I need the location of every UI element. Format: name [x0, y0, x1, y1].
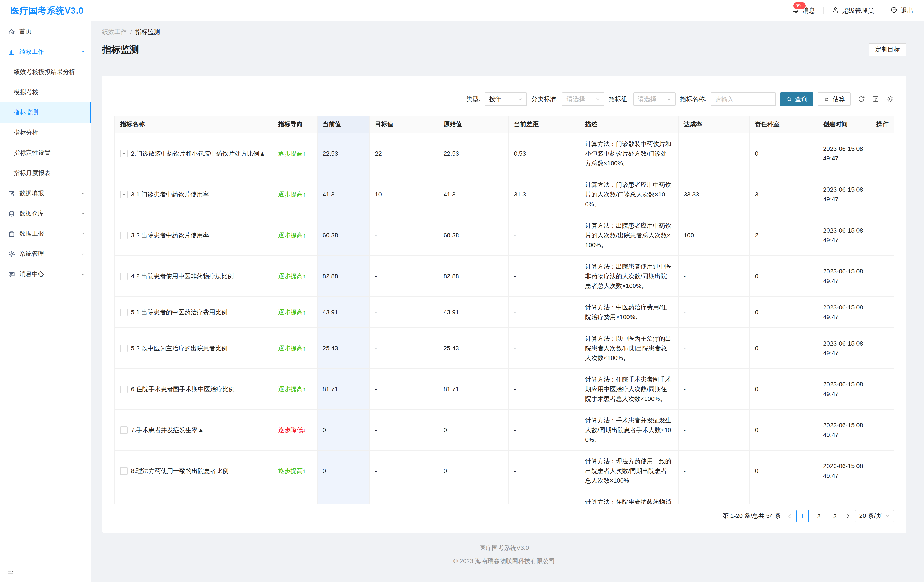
sidebar-item-label: 首页 — [19, 28, 32, 36]
column-header[interactable]: 指标名称 — [115, 116, 273, 133]
row-actions — [871, 297, 894, 328]
collapse-sidebar-icon[interactable] — [7, 567, 15, 577]
current-gap: - — [508, 409, 580, 450]
expand-row-icon[interactable] — [120, 191, 127, 198]
column-header[interactable]: 当前值 — [317, 116, 370, 133]
page-size-select[interactable]: 20 条/页 — [855, 510, 894, 522]
original-value: 41.3 — [438, 174, 508, 215]
column-header[interactable]: 原始值 — [438, 116, 508, 133]
column-header[interactable]: 责任科室 — [749, 116, 818, 133]
current-gap: - — [508, 491, 580, 504]
indicator-direction: 逐步提高↑ — [278, 467, 306, 474]
current-value: 81.71 — [317, 369, 370, 409]
custom-target-button[interactable]: 定制目标 — [869, 43, 906, 56]
expand-row-icon[interactable] — [120, 345, 127, 352]
sidebar-item-db[interactable]: 数据仓库 — [0, 203, 91, 224]
indicator-name[interactable]: 5.2.以中医为主治疗的出院患者比例 — [131, 343, 228, 353]
swap-arrows-icon — [823, 96, 830, 102]
original-value: 25.43 — [438, 328, 508, 369]
page-number-3[interactable]: 3 — [829, 510, 841, 522]
original-value: 0 — [438, 409, 508, 450]
next-page-icon[interactable] — [845, 513, 851, 519]
target-value: - — [370, 409, 438, 450]
column-header[interactable]: 当前差距 — [508, 116, 580, 133]
column-header[interactable]: 达成率 — [678, 116, 749, 133]
user-menu-item[interactable]: 超级管理员 — [832, 6, 874, 15]
expand-row-icon[interactable] — [120, 385, 127, 393]
standard-select[interactable]: 请选择 — [562, 92, 604, 106]
indicator-name[interactable]: 3.1.门诊患者中药饮片使用率 — [131, 190, 209, 199]
row-actions — [871, 215, 894, 256]
unread-count-badge: 99+ — [793, 2, 806, 10]
content-card: 类型: 按年 分类标准: 请选择 指标组: 请选择 指标名称: — [102, 76, 906, 533]
sidebar-item-home[interactable]: 首页 — [0, 21, 91, 42]
original-value: 22.53 — [438, 133, 508, 174]
sidebar-subitem-5[interactable]: 指标定性设置 — [0, 143, 91, 163]
column-header[interactable]: 指标导向 — [273, 116, 317, 133]
breadcrumb-parent[interactable]: 绩效工作 — [102, 28, 127, 36]
prev-page-icon[interactable] — [787, 513, 792, 519]
expand-row-icon[interactable] — [120, 426, 127, 434]
target-value: - — [370, 256, 438, 297]
sidebar-subitem-4[interactable]: 指标分析 — [0, 123, 91, 143]
column-header[interactable]: 操作 — [871, 116, 894, 133]
current-gap: - — [508, 369, 580, 409]
achievement-rate: - — [678, 256, 749, 297]
current-value: 25.43 — [317, 328, 370, 369]
sidebar-subitem-6[interactable]: 指标月度报表 — [0, 163, 91, 183]
indicator-name[interactable]: 7.手术患者并发症发生率▲ — [131, 425, 204, 435]
msg-icon — [8, 270, 15, 278]
table-row: 2.门诊散装中药饮片和小包装中药饮片处方比例▲逐步提高↑22.532222.53… — [115, 133, 894, 174]
current-value: 82.88 — [317, 256, 370, 297]
achievement-rate: - — [678, 297, 749, 328]
indicator-name[interactable]: 6.住院手术患者围手术期中医治疗比例 — [131, 384, 234, 394]
column-header[interactable]: 描述 — [580, 116, 678, 133]
indicator-name[interactable]: 4.2.出院患者使用中医非药物疗法比例 — [131, 271, 234, 281]
clip-icon — [8, 230, 15, 237]
indicator-name[interactable]: 3.2.出院患者中药饮片使用率 — [131, 230, 209, 240]
home-icon — [8, 28, 15, 35]
original-value: 81.71 — [438, 369, 508, 409]
indicator-name-input[interactable] — [711, 92, 776, 106]
sidebar-subitem-1[interactable]: 绩效考核模拟结果分析 — [0, 62, 91, 82]
type-select[interactable]: 按年 — [485, 92, 527, 106]
page-number-2[interactable]: 2 — [812, 510, 825, 522]
indicator-name[interactable]: 2.门诊散装中药饮片和小包装中药饮片处方比例▲ — [131, 148, 266, 158]
achievement-rate: - — [678, 133, 749, 174]
messages-menu-item[interactable]: 99+ 消息 — [792, 6, 815, 15]
expand-row-icon[interactable] — [120, 467, 127, 475]
sidebar-item-chart[interactable]: 绩效工作 — [0, 42, 91, 62]
type-filter-label: 类型: — [466, 95, 480, 103]
row-actions — [871, 133, 894, 174]
column-header[interactable]: 创建时间 — [818, 116, 871, 133]
logout-menu-item[interactable]: 退出 — [890, 6, 913, 15]
sidebar-item-clip[interactable]: 数据上报 — [0, 224, 91, 244]
target-value: - — [370, 328, 438, 369]
created-time: 2023-06-15 08:49:47 — [818, 133, 871, 174]
column-header[interactable]: 目标值 — [370, 116, 438, 133]
target-value: - — [370, 450, 438, 491]
sidebar-subitem-3[interactable]: 指标监测 — [0, 102, 91, 123]
expand-row-icon[interactable] — [120, 231, 127, 239]
page-number-1[interactable]: 1 — [796, 510, 808, 522]
expand-row-icon[interactable] — [120, 272, 127, 280]
refresh-icon[interactable] — [858, 96, 865, 103]
estimate-button[interactable]: 估算 — [818, 92, 851, 106]
sidebar-item-form[interactable]: 数据填报 — [0, 183, 91, 203]
sidebar-item-msg[interactable]: 消息中心 — [0, 264, 91, 284]
sidebar-item-gear[interactable]: 系统管理 — [0, 244, 91, 264]
indicator-name[interactable]: 8.理法方药使用一致的出院患者比例 — [131, 466, 228, 476]
sidebar-item-label: 消息中心 — [19, 270, 44, 278]
indicator-group-select[interactable]: 请选择 — [633, 92, 675, 106]
row-height-icon[interactable] — [872, 96, 879, 103]
current-value: 22.53 — [317, 133, 370, 174]
table-body: 2.门诊散装中药饮片和小包装中药饮片处方比例▲逐步提高↑22.532222.53… — [115, 133, 894, 504]
settings-gear-icon[interactable] — [887, 96, 894, 103]
search-button[interactable]: 查询 — [780, 92, 813, 106]
expand-row-icon[interactable] — [120, 150, 127, 157]
current-gap: - — [508, 328, 580, 369]
expand-row-icon[interactable] — [120, 308, 127, 316]
divider — [823, 7, 823, 14]
indicator-name[interactable]: 5.1.出院患者的中医药治疗费用比例 — [131, 307, 228, 317]
sidebar-subitem-2[interactable]: 模拟考核 — [0, 82, 91, 102]
